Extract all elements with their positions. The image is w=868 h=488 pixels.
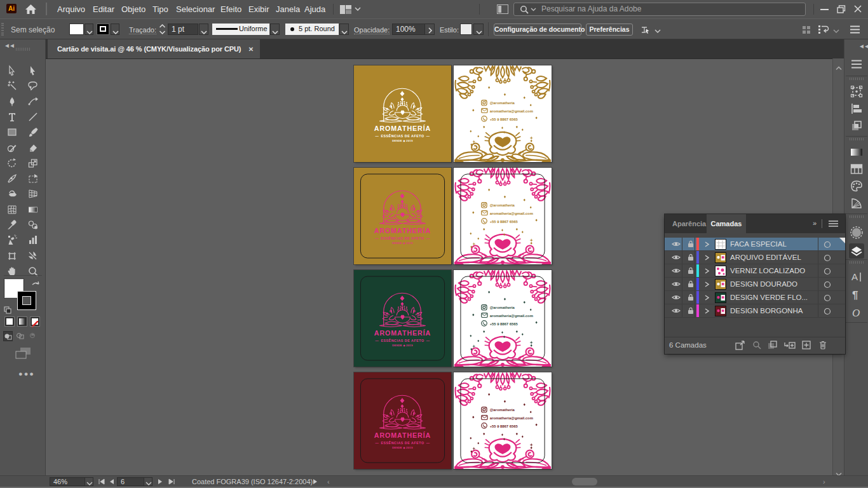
svg-text:¶: ¶ xyxy=(852,289,858,301)
svg-text:O: O xyxy=(852,307,860,319)
svg-text:A: A xyxy=(851,271,858,282)
